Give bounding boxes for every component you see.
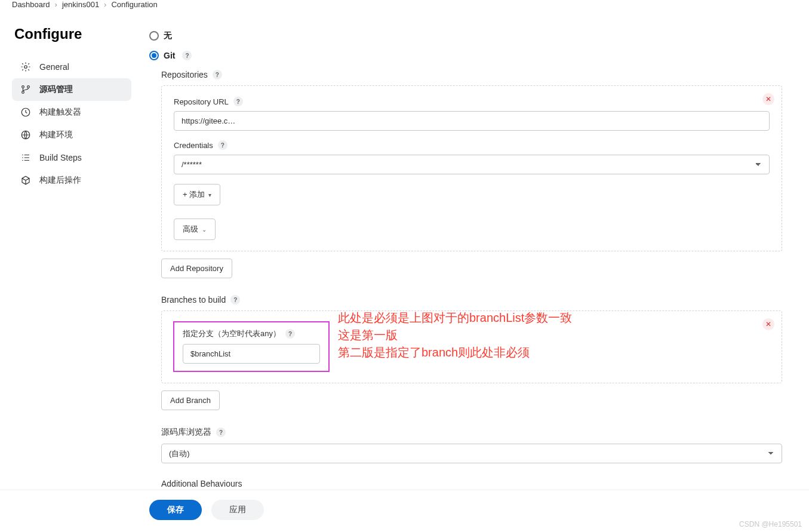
- browser-label: 源码库浏览器 ?: [161, 427, 782, 438]
- repo-browser-select[interactable]: (自动): [161, 444, 782, 463]
- help-icon[interactable]: ?: [213, 70, 222, 79]
- sidebar: Configure General 源码管理 构建触发器 构建环境 Build …: [0, 14, 137, 532]
- sidebar-item-triggers[interactable]: 构建触发器: [12, 101, 131, 124]
- behaviours-label: Additional Behaviours: [161, 479, 782, 488]
- svg-point-1: [22, 86, 24, 88]
- breadcrumb: Dashboard › jenkins001 › Configuration: [0, 0, 809, 14]
- branch-spec-label: 指定分支（为空时代表any） ?: [183, 328, 320, 339]
- svg-point-0: [24, 66, 27, 69]
- help-icon[interactable]: ?: [216, 428, 226, 437]
- help-icon[interactable]: ?: [230, 295, 240, 305]
- svg-point-2: [22, 91, 24, 94]
- sidebar-item-label: 构建触发器: [39, 107, 81, 118]
- chevron-down-icon: ⌄: [202, 226, 207, 233]
- page-title: Configure: [14, 26, 131, 42]
- help-icon[interactable]: ?: [285, 329, 295, 339]
- sidebar-item-general[interactable]: General: [12, 56, 131, 78]
- branch-block: ✕ 指定分支（为空时代表any） ?: [161, 310, 782, 383]
- add-repository-button[interactable]: Add Repository: [161, 259, 232, 278]
- help-icon[interactable]: ?: [182, 51, 192, 60]
- breadcrumb-page[interactable]: Configuration: [111, 0, 157, 9]
- gear-icon: [20, 61, 31, 72]
- breadcrumb-job[interactable]: jenkins001: [62, 0, 99, 9]
- clock-icon: [20, 107, 31, 118]
- sidebar-item-label: 构建环境: [39, 130, 73, 140]
- watermark: CSDN @He195501: [739, 520, 802, 528]
- sidebar-item-label: 源码管理: [39, 84, 73, 95]
- chevron-right-icon: ›: [55, 0, 57, 9]
- svg-point-3: [27, 86, 30, 88]
- remove-repository-button[interactable]: ✕: [762, 93, 774, 105]
- apply-button[interactable]: 应用: [211, 500, 264, 520]
- cube-icon: [20, 175, 31, 186]
- breadcrumb-dashboard[interactable]: Dashboard: [12, 0, 50, 9]
- branches-label: Branches to build ?: [161, 295, 782, 305]
- radio-icon[interactable]: [149, 31, 159, 41]
- help-icon[interactable]: ?: [218, 140, 227, 150]
- advanced-button[interactable]: 高级⌄: [174, 219, 216, 240]
- repository-block: ✕ Repository URL ? Credentials ? /******…: [161, 85, 782, 251]
- branch-spec-input[interactable]: [183, 344, 320, 364]
- sidebar-item-build-steps[interactable]: Build Steps: [12, 146, 131, 169]
- add-credential-button[interactable]: + 添加▾: [174, 184, 220, 205]
- scm-option-git[interactable]: Git ?: [149, 51, 782, 60]
- caret-down-icon: ▾: [208, 192, 211, 198]
- credentials-label: Credentials ?: [174, 140, 770, 150]
- globe-icon: [20, 130, 31, 140]
- chevron-right-icon: ›: [104, 0, 106, 9]
- help-icon[interactable]: ?: [233, 97, 243, 106]
- repositories-label: Repositories ?: [161, 70, 782, 79]
- repo-url-label: Repository URL ?: [174, 97, 770, 106]
- save-button[interactable]: 保存: [149, 500, 202, 520]
- radio-label-none: 无: [164, 30, 172, 41]
- repo-url-input[interactable]: [174, 111, 770, 131]
- list-icon: [20, 152, 31, 163]
- credentials-select[interactable]: /******: [174, 155, 770, 174]
- remove-branch-button[interactable]: ✕: [762, 318, 774, 330]
- branch-highlight-box: 指定分支（为空时代表any） ?: [173, 321, 330, 372]
- sidebar-item-environment[interactable]: 构建环境: [12, 124, 131, 146]
- sidebar-item-label: Build Steps: [39, 153, 82, 162]
- radio-label-git: Git: [164, 51, 175, 60]
- footer-bar: 保存 应用: [0, 490, 809, 532]
- sidebar-item-label: General: [39, 62, 69, 72]
- add-branch-button[interactable]: Add Branch: [161, 390, 220, 410]
- sidebar-item-scm[interactable]: 源码管理: [12, 78, 131, 101]
- sidebar-item-label: 构建后操作: [39, 175, 81, 186]
- radio-icon[interactable]: [149, 51, 159, 60]
- sidebar-item-post-build[interactable]: 构建后操作: [12, 169, 131, 192]
- branch-icon: [20, 84, 31, 95]
- scm-option-none[interactable]: 无: [149, 30, 782, 41]
- main-content: 无 Git ? Repositories ? ✕ Repository URL …: [137, 14, 806, 532]
